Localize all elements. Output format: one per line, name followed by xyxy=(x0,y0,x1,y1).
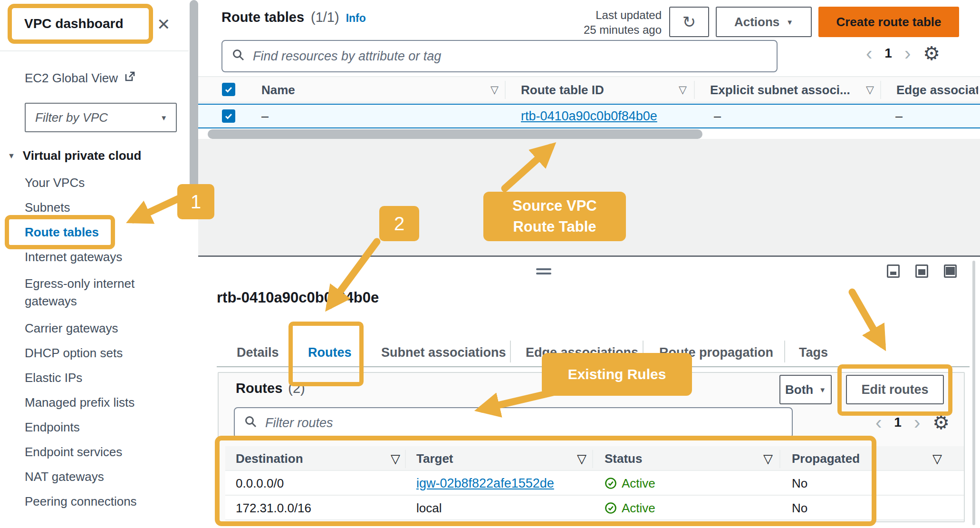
gear-icon[interactable]: ⚙ xyxy=(923,44,940,63)
gear-icon[interactable]: ⚙ xyxy=(932,413,950,432)
sort-icon[interactable]: ▽ xyxy=(866,84,874,96)
page-number[interactable]: 1 xyxy=(894,415,902,430)
external-link-icon xyxy=(124,70,136,86)
tab-details[interactable]: Details xyxy=(237,345,279,360)
ec2-global-view-label: EC2 Global View xyxy=(25,71,118,86)
filter-routes-placeholder: Filter routes xyxy=(265,416,333,430)
page-title-text: Route tables xyxy=(221,10,304,25)
tab-separator xyxy=(784,341,785,362)
sidebar-item-egress-only-internet-gateways[interactable]: Egress-only internet gateways xyxy=(0,269,171,316)
actions-button[interactable]: Actions▼ xyxy=(716,7,812,37)
chevron-right-icon[interactable]: › xyxy=(904,44,911,63)
sidebar-item-your-vpcs[interactable]: Your VPCs xyxy=(0,170,189,195)
column-separator[interactable] xyxy=(694,81,695,99)
refresh-icon: ↻ xyxy=(682,12,696,31)
section-caret-icon: ▼ xyxy=(8,152,15,160)
vpc-filter-select[interactable]: Filter by VPC ▼ xyxy=(25,103,177,132)
chevron-left-icon[interactable]: ‹ xyxy=(875,413,882,432)
sidebar-title[interactable]: VPC dashboard xyxy=(24,16,123,31)
both-dropdown[interactable]: Both▼ xyxy=(779,375,832,404)
route-tables-header-row: Name ▽ Route table ID ▽ Explicit subnet … xyxy=(198,77,980,103)
search-icon xyxy=(232,49,245,64)
routes-tab-highlight xyxy=(288,322,364,386)
detail-heading: rtb-0410a90c0b0f84b0e xyxy=(217,289,379,306)
cell-name: – xyxy=(261,109,269,124)
chevron-left-icon[interactable]: ‹ xyxy=(866,44,872,63)
sort-icon[interactable]: ▽ xyxy=(490,84,499,96)
tab-tags[interactable]: Tags xyxy=(799,345,828,360)
column-explicit-subnet[interactable]: Explicit subnet associ... xyxy=(710,83,850,98)
sidebar-nav: Your VPCs Subnets Route tables Internet … xyxy=(0,170,189,514)
page-number[interactable]: 1 xyxy=(884,46,892,61)
sidebar-item-endpoints[interactable]: Endpoints xyxy=(0,415,189,440)
vertical-scrollbar[interactable] xyxy=(972,261,975,525)
section-label: Virtual private cloud xyxy=(23,148,141,163)
last-updated: Last updated 25 minutes ago xyxy=(547,8,662,37)
search-icon xyxy=(244,415,258,430)
sidebar: VPC dashboard ✕ EC2 Global View Filter b… xyxy=(0,0,189,528)
sort-icon[interactable]: ▽ xyxy=(679,84,687,96)
sidebar-item-endpoint-services[interactable]: Endpoint services xyxy=(0,440,189,464)
annotation-badge-1: 1 xyxy=(177,184,214,219)
column-separator[interactable] xyxy=(505,81,506,99)
chevron-down-icon: ▼ xyxy=(819,386,826,394)
edit-routes-highlight xyxy=(837,364,952,416)
sidebar-item-nat-gateways[interactable]: NAT gateways xyxy=(0,464,189,489)
search-placeholder: Find resources by attribute or tag xyxy=(253,49,441,64)
chevron-right-icon[interactable]: › xyxy=(914,413,920,432)
annotation-existing-rules: Existing Rules xyxy=(542,353,692,396)
sidebar-item-dhcp-option-sets[interactable]: DHCP option sets xyxy=(0,341,189,365)
tab-subnet-associations[interactable]: Subnet associations xyxy=(381,345,506,360)
cell-edge: – xyxy=(895,109,903,124)
filter-routes-input[interactable]: Filter routes xyxy=(234,407,793,439)
select-all-checkbox[interactable] xyxy=(222,83,235,96)
search-input[interactable]: Find resources by attribute or tag xyxy=(221,40,778,72)
column-name[interactable]: Name xyxy=(261,83,295,98)
column-separator[interactable] xyxy=(880,81,881,99)
create-route-table-button[interactable]: Create route table xyxy=(818,7,959,37)
route-table-row[interactable]: – rtb-0410a90c0b0f84b0e – – xyxy=(198,104,980,128)
refresh-button[interactable]: ↻ xyxy=(669,7,709,37)
pagination: ‹ 1 › ⚙ xyxy=(866,44,940,63)
sidebar-item-carrier-gateways[interactable]: Carrier gateways xyxy=(0,316,189,341)
sidebar-item-route-tables[interactable]: Route tables xyxy=(0,220,189,244)
column-route-table-id[interactable]: Route table ID xyxy=(521,83,604,98)
page-title: Route tables (1/1) Info xyxy=(221,10,366,25)
result-count: (1/1) xyxy=(311,10,339,25)
tab-separator xyxy=(510,341,511,362)
chevron-down-icon: ▼ xyxy=(786,18,793,26)
sidebar-section-vpc[interactable]: ▼ Virtual private cloud xyxy=(8,148,141,163)
info-link[interactable]: Info xyxy=(346,12,366,25)
sidebar-item-ec2-global-view[interactable]: EC2 Global View xyxy=(25,70,136,86)
cell-explicit-subnet: – xyxy=(714,109,721,124)
pane-small-icon[interactable] xyxy=(887,264,900,278)
vpc-dashboard-highlight: VPC dashboard xyxy=(8,4,153,44)
annotation-source-vpc-route-table: Source VPC Route Table xyxy=(483,192,626,241)
sidebar-divider xyxy=(0,50,189,51)
chevron-down-icon: ▼ xyxy=(160,114,167,122)
pane-half-icon[interactable] xyxy=(915,264,928,278)
pane-full-icon[interactable] xyxy=(944,264,957,278)
annotation-badge-2: 2 xyxy=(379,206,419,241)
horizontal-scrollbar[interactable] xyxy=(208,129,702,139)
close-icon[interactable]: ✕ xyxy=(157,16,171,32)
route-tables-highlight xyxy=(5,215,115,249)
route-table-id-link[interactable]: rtb-0410a90c0b0f84b0e xyxy=(521,109,657,124)
sidebar-item-peering-connections[interactable]: Peering connections xyxy=(0,489,189,514)
sidebar-scrollbar[interactable] xyxy=(190,0,198,200)
sort-icon[interactable]: ▽ xyxy=(932,446,942,471)
row-checkbox[interactable] xyxy=(222,109,235,123)
column-edge-association[interactable]: Edge associatio xyxy=(896,83,978,98)
sidebar-item-elastic-ips[interactable]: Elastic IPs xyxy=(0,365,189,390)
routes-table-highlight xyxy=(215,436,876,526)
routes-pagination: ‹ 1 › ⚙ xyxy=(875,413,950,432)
sidebar-item-managed-prefix-lists[interactable]: Managed prefix lists xyxy=(0,390,189,415)
vpc-filter-placeholder: Filter by VPC xyxy=(35,110,108,125)
